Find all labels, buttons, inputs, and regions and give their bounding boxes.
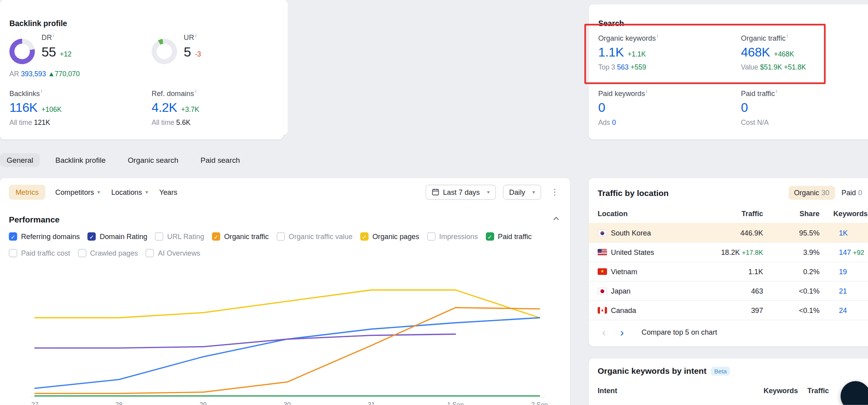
metric-ai-overviews[interactable]: AI Overviews: [146, 249, 200, 257]
info-icon[interactable]: i: [53, 33, 54, 38]
stat-value[interactable]: 116K: [9, 100, 38, 115]
checkbox[interactable]: ✓: [486, 232, 494, 241]
stat-value[interactable]: 468K: [741, 45, 770, 60]
location-row-south-korea[interactable]: South Korea446.9K95.5%1K: [589, 223, 868, 242]
info-icon[interactable]: i: [195, 33, 196, 38]
metric-domain-rating[interactable]: ✓Domain Rating: [88, 232, 147, 241]
location-traffic: 18.2K +17.8K: [686, 248, 763, 256]
tab-general[interactable]: General: [0, 153, 40, 167]
checkbox[interactable]: [78, 249, 86, 257]
locations-button[interactable]: Locations▾: [110, 185, 149, 200]
info-icon[interactable]: i: [41, 89, 42, 94]
location-row-united-states[interactable]: United States18.2K +17.8K3.9%147 +92: [589, 242, 868, 262]
metric-referring-domains[interactable]: ✓Referring domains: [9, 232, 80, 241]
checkbox[interactable]: [427, 232, 435, 241]
metric-label: URL Rating: [167, 232, 204, 241]
checkbox[interactable]: ✓: [88, 232, 96, 241]
checkbox[interactable]: [276, 232, 285, 241]
location-table-body: South Korea446.9K95.5%1KUnited States18.…: [589, 223, 868, 320]
location-name: Japan: [611, 287, 686, 295]
stat-delta: +468K: [774, 51, 794, 58]
metric-url-rating[interactable]: URL Rating: [155, 232, 204, 241]
tab-paid-search[interactable]: Paid search: [194, 153, 247, 167]
calendar-icon: [431, 188, 439, 196]
x-axis-label: 29: [200, 401, 207, 405]
location-row-vietnam[interactable]: ★Vietnam1.1K0.2%19: [589, 262, 868, 281]
ur-donut-chart: [152, 39, 177, 64]
metric-label: Organic traffic: [224, 232, 269, 241]
info-icon[interactable]: i: [776, 89, 777, 94]
metric-organic-traffic-value[interactable]: Organic traffic value: [276, 232, 352, 241]
flag-vn-icon: ★: [598, 268, 607, 275]
metric-organic-pages[interactable]: ✓Organic pages: [360, 232, 419, 241]
toggle-organic[interactable]: Organic30: [789, 186, 835, 200]
metric-paid-traffic[interactable]: ✓Paid traffic: [486, 232, 532, 241]
stat-label: Backlinksi: [9, 89, 148, 98]
domain-rating-block: DRi 55+12 AR 393,593 ▲770,070: [9, 32, 72, 64]
stat-value[interactable]: 1.1K: [598, 45, 624, 60]
metric-label: AI Overviews: [158, 249, 200, 257]
backlink-profile-card: Backlink profile DRi 55+12 AR 393,593 ▲7…: [0, 4, 283, 139]
prev-page-icon[interactable]: ‹: [602, 327, 606, 338]
x-axis-label: 30: [284, 401, 291, 405]
stat-value[interactable]: 0: [741, 100, 748, 115]
toggle-paid[interactable]: Paid0: [836, 186, 868, 200]
location-row-japan[interactable]: Japan463<0.1%21: [589, 281, 868, 300]
flag-jp-icon: [598, 288, 607, 294]
ahrefs-rank-line[interactable]: AR 393,593 ▲770,070: [9, 70, 80, 78]
location-keywords: 24: [819, 306, 868, 315]
checkbox[interactable]: ✓: [212, 232, 220, 241]
performance-chart[interactable]: 27282930311 Sep2 Sep: [0, 267, 570, 405]
more-options-button[interactable]: ⋮: [548, 186, 561, 198]
location-name: Canada: [611, 306, 686, 315]
stat-subline: Ads 0: [598, 119, 736, 127]
stat-label: Ref. domainsi: [152, 89, 290, 98]
traffic-by-location-title: Traffic by location: [598, 188, 669, 198]
metric-label: Organic traffic value: [289, 232, 353, 241]
metric-organic-traffic[interactable]: ✓Organic traffic: [212, 232, 269, 241]
intent-table-header: Intent Keywords Traffic: [589, 381, 868, 400]
info-icon[interactable]: i: [657, 33, 658, 39]
location-row-canada[interactable]: Canada397<0.1%24: [589, 300, 868, 320]
chart-line-referring-domains: [35, 318, 540, 388]
competitors-button[interactable]: Competitors▾: [54, 185, 101, 200]
metric-crawled-pages[interactable]: Crawled pages: [78, 249, 138, 257]
checkbox[interactable]: [146, 249, 154, 257]
metric-impressions[interactable]: Impressions: [427, 232, 478, 241]
date-range-button[interactable]: Last 7 days▾: [425, 185, 496, 200]
years-button[interactable]: Years: [158, 185, 178, 200]
url-rating-block: URi 5-3: [152, 32, 201, 64]
info-icon[interactable]: i: [787, 33, 788, 39]
info-icon[interactable]: i: [195, 89, 196, 94]
collapse-chevron-icon[interactable]: [551, 213, 561, 225]
search-stat-paid-keywords: Paid keywordsi0Ads 0: [598, 89, 736, 126]
tab-backlink-profile[interactable]: Backlink profile: [49, 153, 112, 167]
chart-toolbar: Metrics Competitors▾ Locations▾ Years La…: [9, 184, 561, 200]
metric-label: Impressions: [439, 232, 478, 241]
metric-checkbox-row-1: ✓Referring domains✓Domain RatingURL Rati…: [9, 232, 561, 241]
metric-label: Organic pages: [372, 232, 419, 241]
location-name: United States: [611, 248, 686, 256]
info-icon[interactable]: i: [646, 89, 647, 94]
metric-checkbox-row-2: Paid traffic costCrawled pagesAI Overvie…: [9, 249, 561, 257]
tab-organic-search[interactable]: Organic search: [121, 153, 185, 167]
chevron-down-icon: ▾: [487, 189, 490, 195]
chevron-down-icon: ▾: [97, 189, 100, 195]
checkbox[interactable]: ✓: [9, 232, 17, 241]
location-keywords: 19: [819, 267, 868, 276]
checkbox[interactable]: [155, 232, 163, 241]
stat-label: Organic keywordsi: [598, 33, 736, 42]
next-page-icon[interactable]: ›: [620, 327, 624, 338]
metric-paid-traffic-cost[interactable]: Paid traffic cost: [9, 249, 70, 257]
backlink-stats-row: Backlinksi116K+106KAll time 121KRef. dom…: [9, 89, 283, 139]
stat-value[interactable]: 0: [598, 100, 605, 115]
metrics-button[interactable]: Metrics: [9, 185, 45, 200]
checkbox[interactable]: ✓: [360, 232, 368, 241]
dr-donut-chart: [9, 39, 35, 64]
stat-value[interactable]: 4.2K: [152, 100, 177, 115]
checkbox[interactable]: [9, 249, 17, 257]
compare-top5-link[interactable]: Compare top 5 on chart: [642, 328, 717, 336]
stat-delta: +3.7K: [181, 106, 199, 114]
granularity-button[interactable]: Daily▾: [503, 185, 542, 200]
performance-card: Metrics Competitors▾ Locations▾ Years La…: [0, 178, 570, 405]
